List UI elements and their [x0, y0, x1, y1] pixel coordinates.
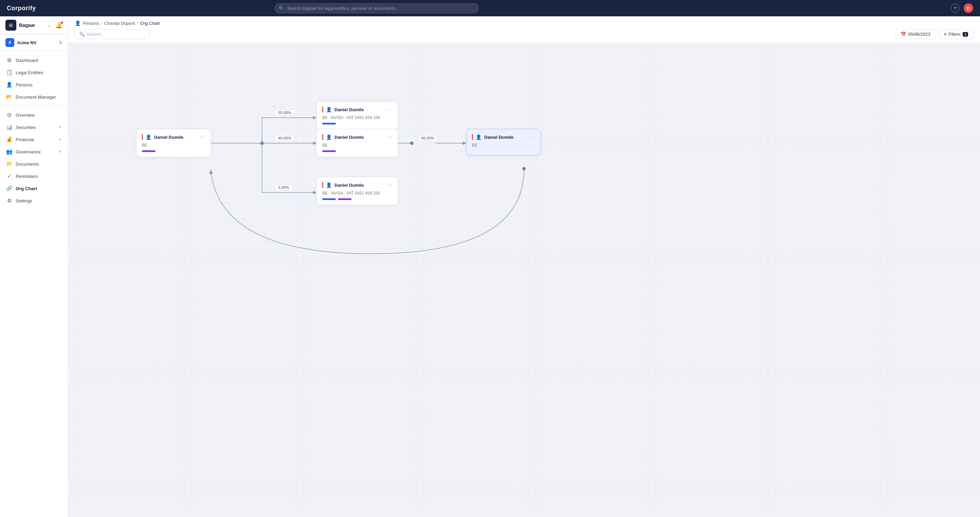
svg-marker-3	[313, 116, 317, 119]
svg-marker-11	[209, 170, 213, 174]
node-menu-button[interactable]: ···	[387, 182, 392, 188]
document-manager-icon: 📂	[6, 94, 12, 100]
connector-dot-branch	[260, 141, 264, 145]
svg-marker-7	[313, 191, 317, 194]
connector-dot-far-right-bottom	[522, 167, 526, 170]
breadcrumb-sep-2: /	[137, 21, 138, 26]
sidebar-item-reminders[interactable]: ✓ Reminders	[0, 170, 68, 182]
node-header: 👤 Daniel Dumile ···	[322, 134, 392, 140]
sidebar-item-org-chart[interactable]: 🔗 Org Chart	[0, 182, 68, 195]
node-menu-button[interactable]: ···	[387, 134, 392, 140]
governance-icon: 👥	[6, 149, 12, 155]
sidebar-item-document-manager[interactable]: 📂 Document Manager	[0, 91, 68, 103]
overview-icon: ⊟	[6, 112, 12, 118]
content-area: 👤 Persons / Chantal Dupont / Org Chart 🔍…	[68, 16, 980, 517]
node-person-icon: 👤	[326, 182, 332, 188]
node-red-bar	[142, 134, 143, 140]
sidebar: ⊞ Bagaar ⌄ 🔔 A Acme NV ⇅ ⊞ Dashboard 📋 L…	[0, 16, 68, 517]
node-header: 👤 Daniel Dumile ···	[142, 134, 205, 140]
breadcrumb-current: Org Chart	[140, 21, 159, 26]
node-tags	[322, 198, 392, 200]
financial-icon: 💰	[6, 136, 12, 143]
node-menu-button[interactable]: ···	[200, 134, 205, 140]
sidebar-item-label: Financial	[16, 137, 34, 142]
node-tags	[322, 123, 392, 124]
sidebar-item-label: Governance	[16, 149, 41, 154]
node-menu-button[interactable]: ···	[387, 106, 392, 113]
pct-5: 5,00%	[275, 184, 292, 190]
sidebar-item-label: Document Manager	[16, 95, 56, 100]
node-subtitle: BE	[472, 143, 535, 147]
breadcrumb-persons[interactable]: Persons	[83, 21, 99, 26]
breadcrumb-chantal[interactable]: Chantal Dupont	[104, 21, 135, 26]
sidebar-item-financial[interactable]: 💰 Financial +	[0, 133, 68, 146]
node-tag-purple	[338, 198, 352, 200]
sidebar-item-label: Overview	[16, 113, 35, 118]
breadcrumb: 👤 Persons / Chantal Dupont / Org Chart	[75, 21, 973, 26]
date-filter[interactable]: 📅 05/06/2023	[896, 29, 935, 39]
sidebar-item-persons[interactable]: 👤 Persons	[0, 79, 68, 91]
sidebar-item-settings[interactable]: ⚙ Settings	[0, 195, 68, 207]
pct-40-mid: 40,00%	[275, 135, 294, 141]
search-icon: 🔍	[279, 6, 284, 11]
securities-add-icon[interactable]: +	[59, 124, 62, 130]
global-search: 🔍	[275, 3, 479, 13]
sidebar-item-label: Settings	[16, 198, 32, 203]
help-button[interactable]: ?	[951, 4, 959, 13]
node-header: 👤 Daniel Dumile ···	[322, 182, 392, 188]
user-avatar[interactable]: D	[964, 3, 973, 13]
documents-icon: 📁	[6, 161, 12, 167]
node-red-bar	[472, 134, 473, 140]
search-input[interactable]	[275, 3, 479, 13]
notification-bell[interactable]: 🔔	[56, 22, 62, 29]
sidebar-item-governance[interactable]: 👥 Governance +	[0, 146, 68, 158]
sidebar-item-legal-entities[interactable]: 📋 Legal Entities	[0, 66, 68, 79]
node-tag-blue	[322, 198, 336, 200]
node-red-bar	[322, 134, 323, 140]
financial-add-icon[interactable]: +	[59, 136, 62, 143]
pct-55: 55,00%	[275, 109, 294, 116]
node-person-icon: 👤	[146, 134, 151, 140]
sidebar-item-dashboard[interactable]: ⊞ Dashboard	[0, 54, 68, 66]
securities-icon: 📊	[6, 124, 12, 130]
sidebar-item-label: Reminders	[16, 174, 38, 179]
search-icon: 🔍	[79, 32, 85, 37]
filters-label: Filters	[948, 32, 960, 37]
org-node-far-right: 👤 Daniel Dumile ··· BE	[466, 129, 541, 155]
chart-search: 🔍	[75, 29, 150, 39]
node-menu-button[interactable]: ···	[530, 134, 535, 140]
chart-search-input[interactable]	[87, 32, 145, 37]
sidebar-item-documents[interactable]: 📁 Documents	[0, 158, 68, 170]
sidebar-item-label: Org Chart	[16, 186, 37, 191]
node-name: Daniel Dumile	[334, 135, 384, 140]
node-name: Daniel Dumile	[484, 135, 527, 140]
sidebar-item-overview[interactable]: ⊟ Overview	[0, 109, 68, 121]
node-tags	[322, 150, 392, 152]
sidebar-header: ⊞ Bagaar ⌄ 🔔	[0, 16, 68, 34]
sidebar-item-label: Persons	[16, 82, 33, 87]
brand-name: Bagaar	[19, 22, 35, 28]
brand-chevron-icon[interactable]: ⌄	[47, 23, 51, 27]
top-navigation: Corporify 🔍 ? D	[0, 0, 980, 16]
org-chart-canvas: 55,00% 40,00% 5,00% 40,00% 👤 Daniel Dumi…	[68, 43, 980, 517]
filters-count-badge: 2	[963, 32, 968, 37]
notification-dot	[60, 21, 63, 24]
sidebar-item-securities[interactable]: 📊 Securities +	[0, 121, 68, 133]
pct-40-far: 40,00%	[418, 135, 437, 141]
filter-icon: ≡	[944, 32, 947, 37]
node-person-icon: 👤	[326, 107, 332, 112]
svg-marker-5	[313, 141, 317, 145]
node-header: 👤 Daniel Dumile ···	[472, 134, 535, 140]
settings-icon: ⚙	[6, 198, 12, 204]
company-selector[interactable]: A Acme NV ⇅	[0, 34, 68, 51]
org-node-top-right: 👤 Daniel Dumile ··· BE · NV/SA · VAT 045…	[317, 101, 398, 130]
node-person-icon: 👤	[326, 134, 332, 140]
filters-button[interactable]: ≡ Filters 2	[939, 29, 973, 39]
node-name: Daniel Dumile	[334, 182, 384, 188]
legal-entities-icon: 📋	[6, 70, 12, 76]
node-tags	[142, 150, 205, 152]
node-tag-purple	[142, 150, 156, 152]
org-node-mid-right: 👤 Daniel Dumile ··· BE	[317, 129, 398, 157]
governance-add-icon[interactable]: +	[59, 149, 62, 155]
sidebar-navigation: ⊞ Dashboard 📋 Legal Entities 👤 Persons 📂…	[0, 51, 68, 210]
